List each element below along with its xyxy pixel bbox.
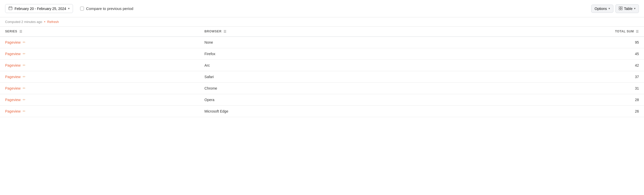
date-chevron-icon: ▾: [68, 7, 70, 10]
table-row: Pageview ✏ Opera28: [0, 94, 644, 105]
table-row: Pageview ✏ Arc42: [0, 59, 644, 71]
compare-checkbox[interactable]: [80, 7, 84, 10]
status-dot: •: [44, 20, 45, 24]
browser-cell: None: [199, 36, 422, 48]
table-body: Pageview ✏ None95 Pageview ✏ Firefox45 P…: [0, 36, 644, 117]
edit-icon[interactable]: ✏: [23, 63, 26, 67]
toolbar-right: Options ▾ Table ▾: [591, 4, 639, 13]
browser-cell: Firefox: [199, 48, 422, 59]
browser-cell: Chrome: [199, 82, 422, 94]
series-link[interactable]: Pageview: [5, 75, 21, 79]
svg-rect-1: [619, 7, 621, 8]
table-button[interactable]: Table ▾: [615, 4, 639, 13]
edit-icon[interactable]: ✏: [23, 98, 26, 102]
total-cell: 28: [422, 94, 644, 105]
series-link[interactable]: Pageview: [5, 98, 21, 102]
series-cell: Pageview ✏: [0, 94, 199, 105]
computed-text: Computed 2 minutes ago: [5, 20, 42, 24]
browser-cell: Safari: [199, 71, 422, 82]
table-chevron-icon: ▾: [634, 7, 636, 10]
total-cell: 95: [422, 36, 644, 48]
col-browser-label: BROWSER: [204, 30, 221, 33]
options-label: Options: [595, 7, 607, 11]
table-label: Table: [624, 7, 633, 11]
calendar-icon: [8, 6, 13, 11]
data-table: SERIES ☰ BROWSER ☰ TOTAL SUM ☰ Pageview …: [0, 27, 644, 117]
table-grid-icon: [619, 6, 623, 11]
computed-status-row: Computed 2 minutes ago • Refresh: [0, 17, 644, 27]
date-range-button[interactable]: February 20 - February 25, 2024 ▾: [5, 4, 73, 13]
col-total-label: TOTAL SUM: [615, 30, 634, 33]
table-row: Pageview ✏ Firefox45: [0, 48, 644, 59]
compare-label: Compare to previous period: [86, 6, 133, 11]
series-link[interactable]: Pageview: [5, 40, 21, 44]
svg-rect-0: [9, 7, 12, 10]
svg-rect-4: [621, 8, 622, 10]
series-cell: Pageview ✏: [0, 59, 199, 71]
series-link[interactable]: Pageview: [5, 63, 21, 67]
col-browser-header: BROWSER ☰: [199, 27, 422, 36]
series-link[interactable]: Pageview: [5, 109, 21, 113]
svg-rect-2: [621, 7, 622, 8]
col-series-label: SERIES: [5, 30, 17, 33]
table-row: Pageview ✏ None95: [0, 36, 644, 48]
browser-cell: Microsoft Edge: [199, 105, 422, 117]
edit-icon[interactable]: ✏: [23, 52, 26, 56]
total-cell: 37: [422, 71, 644, 82]
options-button[interactable]: Options ▾: [591, 5, 613, 13]
total-cell: 42: [422, 59, 644, 71]
edit-icon[interactable]: ✏: [23, 40, 26, 44]
series-cell: Pageview ✏: [0, 82, 199, 94]
table-header-row: SERIES ☰ BROWSER ☰ TOTAL SUM ☰: [0, 27, 644, 36]
browser-filter-icon[interactable]: ☰: [224, 30, 227, 33]
col-total-header: TOTAL SUM ☰: [422, 27, 644, 36]
series-link[interactable]: Pageview: [5, 52, 21, 56]
edit-icon[interactable]: ✏: [23, 86, 26, 90]
date-range-label: February 20 - February 25, 2024: [15, 7, 66, 11]
series-cell: Pageview ✏: [0, 71, 199, 82]
table-header: SERIES ☰ BROWSER ☰ TOTAL SUM ☰: [0, 27, 644, 36]
total-cell: 45: [422, 48, 644, 59]
table-row: Pageview ✏ Safari37: [0, 71, 644, 82]
series-filter-icon[interactable]: ☰: [19, 30, 22, 33]
options-chevron-icon: ▾: [609, 7, 610, 10]
compare-section: Compare to previous period: [80, 6, 133, 11]
svg-rect-3: [619, 8, 621, 10]
series-cell: Pageview ✏: [0, 48, 199, 59]
edit-icon[interactable]: ✏: [23, 109, 26, 113]
total-filter-icon[interactable]: ☰: [636, 30, 639, 33]
series-link[interactable]: Pageview: [5, 86, 21, 90]
edit-icon[interactable]: ✏: [23, 75, 26, 79]
browser-cell: Opera: [199, 94, 422, 105]
table-row: Pageview ✏ Microsoft Edge26: [0, 105, 644, 117]
series-cell: Pageview ✏: [0, 105, 199, 117]
col-series-header: SERIES ☰: [0, 27, 199, 36]
browser-cell: Arc: [199, 59, 422, 71]
total-cell: 26: [422, 105, 644, 117]
total-cell: 31: [422, 82, 644, 94]
toolbar: February 20 - February 25, 2024 ▾ Compar…: [0, 0, 644, 17]
refresh-link[interactable]: Refresh: [47, 20, 59, 24]
table-row: Pageview ✏ Chrome31: [0, 82, 644, 94]
main-container: February 20 - February 25, 2024 ▾ Compar…: [0, 0, 644, 195]
series-cell: Pageview ✏: [0, 36, 199, 48]
